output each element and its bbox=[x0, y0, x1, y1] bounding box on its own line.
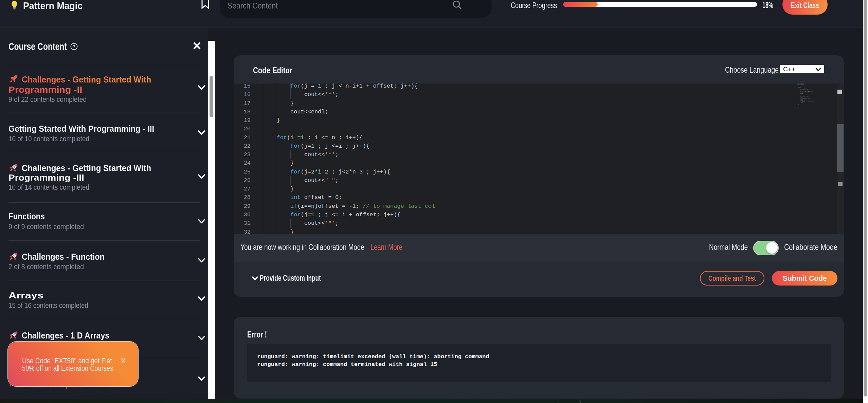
svg-text:?: ? bbox=[73, 44, 75, 49]
